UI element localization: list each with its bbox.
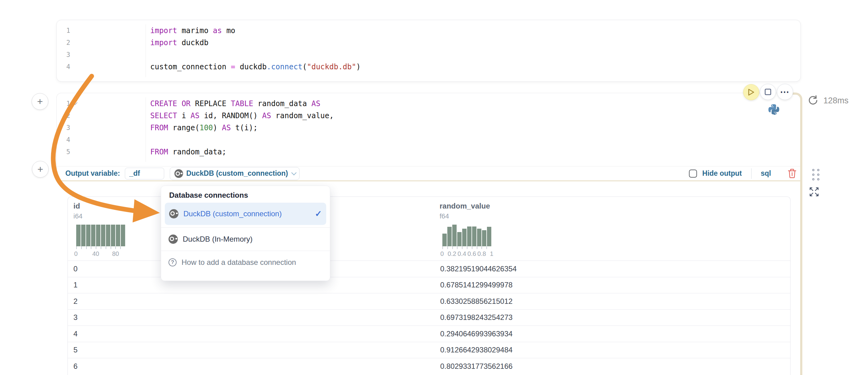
- hide-output-checkbox[interactable]: [689, 170, 697, 178]
- duckdb-icon: [175, 169, 183, 178]
- table-row[interactable]: 40.2940646993963934: [68, 326, 790, 342]
- gutter-divider: [146, 25, 146, 77]
- cell-id: 3: [68, 313, 434, 322]
- cell-random-value: 0.9126642938029484: [434, 346, 790, 354]
- table-row[interactable]: 60.8029331773562166: [68, 358, 790, 374]
- duckdb-icon: [169, 209, 179, 218]
- output-variable-label: Output variable:: [65, 169, 120, 178]
- line-number: 3: [57, 124, 146, 132]
- output-variable-input[interactable]: [125, 168, 164, 179]
- database-connections-menu: Database connections DuckDB (custom_conn…: [161, 185, 330, 281]
- table-row[interactable]: 20.6330258856215012: [68, 293, 790, 309]
- code-text: SELECT i AS id, RANDOM() AS random_value…: [146, 111, 334, 120]
- histogram-bars: [442, 225, 492, 246]
- line-number: 3: [57, 51, 146, 59]
- code-line[interactable]: 3: [57, 48, 797, 61]
- cell-id: 2: [68, 297, 434, 306]
- expand-output-button[interactable]: [808, 186, 820, 198]
- python-code-editor[interactable]: 1import marimo as mo2import duckdb34cust…: [57, 25, 797, 77]
- line-number: 4: [57, 63, 146, 71]
- expand-icon: [808, 186, 820, 197]
- line-number: 4: [57, 136, 146, 143]
- hide-output-label: Hide output: [702, 169, 742, 178]
- cell-random-value: 0.6785141299499978: [434, 281, 790, 289]
- runtime-value: 128ms: [824, 96, 848, 105]
- help-icon: ?: [168, 258, 177, 266]
- code-text: FROM random_data;: [146, 147, 226, 156]
- line-number: 5: [57, 148, 146, 156]
- marimo-notebook: 1import marimo as mo2import duckdb34cust…: [0, 0, 868, 375]
- connection-select-button[interactable]: DuckDB (custom_connection): [170, 167, 299, 180]
- sql-cell[interactable]: 1CREATE OR REPLACE TABLE random_data AS2…: [56, 93, 801, 181]
- play-icon: [748, 89, 755, 96]
- python-language-icon: [768, 104, 780, 117]
- code-text: custom_connection = duckdb.connect("duck…: [146, 63, 361, 71]
- histogram-axis-labels: 04080: [76, 250, 125, 258]
- code-line[interactable]: 2SELECT i AS id, RANDOM() AS random_valu…: [57, 109, 798, 122]
- code-text: CREATE OR REPLACE TABLE random_data AS: [146, 99, 320, 108]
- histogram-axis-ticks: [442, 246, 491, 249]
- connection-select-label: DuckDB (custom_connection): [186, 169, 288, 178]
- table-row[interactable]: 30.6973198243254273: [68, 309, 790, 326]
- code-line[interactable]: 5FROM random_data;: [57, 146, 798, 158]
- add-cell-below-button[interactable]: +: [32, 161, 49, 178]
- stop-icon: [765, 89, 771, 95]
- code-line[interactable]: 2import duckdb: [57, 36, 797, 48]
- cell-random-value: 0.8029331773562166: [434, 362, 790, 371]
- cell-id: 4: [68, 330, 434, 338]
- histogram-axis-ticks: [76, 246, 125, 249]
- cell-random-value: 0.2940646993963934: [434, 330, 790, 338]
- cell-id: 1: [68, 281, 434, 289]
- drag-handle-icon[interactable]: [812, 169, 819, 180]
- histogram-bars: [76, 225, 125, 246]
- line-number: 1: [57, 27, 146, 34]
- python-cell[interactable]: 1import marimo as mo2import duckdb34cust…: [56, 20, 801, 82]
- column-histogram-id: 04080: [76, 225, 125, 258]
- cell-random-value: 0.6330258856215012: [434, 297, 790, 306]
- delete-cell-icon[interactable]: [787, 168, 797, 179]
- language-badge: sql: [761, 169, 771, 178]
- ellipsis-icon: ⋯: [780, 89, 790, 95]
- menu-item-label: How to add a database connection: [182, 258, 296, 267]
- line-number: 1: [57, 100, 146, 107]
- code-line[interactable]: 1CREATE OR REPLACE TABLE random_data AS: [57, 98, 798, 109]
- line-number: 2: [57, 112, 146, 120]
- chevron-down-icon: [291, 170, 297, 175]
- code-text: import duckdb: [146, 38, 209, 47]
- toolbar-divider: [751, 168, 751, 179]
- column-header-random-value[interactable]: random_value f64 00.20.40.60.81: [434, 197, 790, 261]
- sql-code-editor[interactable]: 1CREATE OR REPLACE TABLE random_data AS2…: [57, 98, 798, 162]
- code-line[interactable]: 4: [57, 134, 798, 146]
- sql-cell-toolbar: Output variable: DuckDB (custom_connecti…: [57, 166, 801, 180]
- code-text: FROM range(100) AS t(i);: [146, 124, 258, 132]
- menu-item-label: DuckDB (In-Memory): [183, 235, 252, 243]
- menu-item-duckdb-in-memory[interactable]: DuckDB (In-Memory): [161, 228, 330, 251]
- menu-item-add-connection-help[interactable]: ? How to add a database connection: [161, 251, 330, 274]
- histogram-axis-labels: 00.20.40.60.81: [442, 250, 492, 258]
- table-row[interactable]: 50.9126642938029484: [68, 342, 790, 358]
- line-number: 2: [57, 39, 146, 46]
- code-text: import marimo as mo: [146, 26, 236, 35]
- runtime-status: 128ms: [807, 95, 848, 106]
- column-name: random_value: [440, 202, 790, 210]
- refresh-icon[interactable]: [807, 95, 818, 106]
- menu-item-duckdb-custom-connection[interactable]: DuckDB (custom_connection) ✓: [165, 203, 326, 225]
- column-type: f64: [440, 212, 790, 220]
- add-cell-above-button[interactable]: +: [32, 93, 48, 110]
- run-cell-button[interactable]: [743, 84, 759, 100]
- check-icon: ✓: [315, 209, 322, 219]
- code-line[interactable]: 4custom_connection = duckdb.connect("duc…: [57, 61, 797, 73]
- fold-chevron-icon[interactable]: [72, 100, 78, 105]
- cell-menu-button[interactable]: ⋯: [777, 84, 793, 100]
- code-line[interactable]: 3FROM range(100) AS t(i);: [57, 122, 798, 134]
- cell-random-value: 0.38219519044626354: [434, 265, 790, 273]
- cell-id: 6: [68, 362, 434, 371]
- cell-random-value: 0.6973198243254273: [434, 313, 790, 322]
- gutter-divider: [146, 98, 146, 162]
- menu-title: Database connections: [161, 191, 330, 200]
- duckdb-icon: [168, 235, 178, 244]
- cell-id: 5: [68, 346, 434, 354]
- stop-cell-button[interactable]: [760, 84, 776, 100]
- code-line[interactable]: 1import marimo as mo: [57, 25, 797, 36]
- column-histogram-random-value: 00.20.40.60.81: [442, 225, 492, 258]
